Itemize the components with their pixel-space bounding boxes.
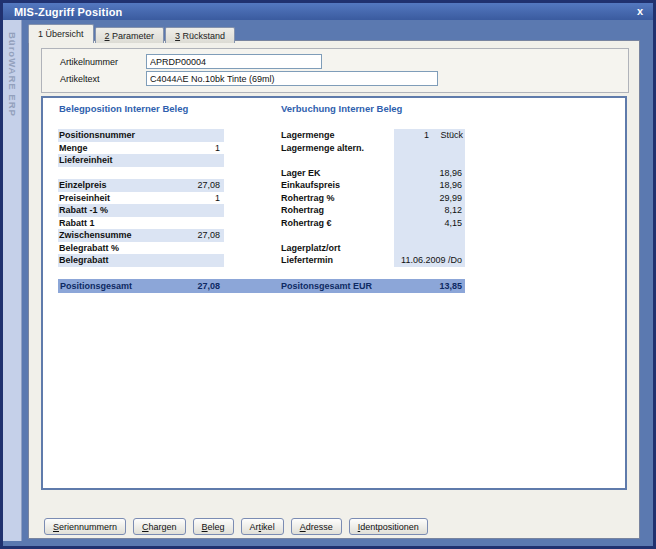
row-value: 4,15 [394, 217, 465, 230]
row-value-cell: 18,96 [394, 167, 465, 180]
row-value: 27,08 [197, 179, 224, 192]
left-row: Rabatt 1 [58, 217, 224, 230]
close-icon[interactable]: x [637, 3, 643, 20]
row-value: 18,96 [394, 167, 465, 180]
right-row: Rohertrag %29,99 [281, 192, 465, 205]
row-value: 1 [394, 129, 432, 142]
row-label: Lager EK [281, 167, 394, 180]
row-value-cell [394, 242, 465, 255]
totals-band: Positionsgesamt 27,08 Positonsgesamt EUR… [58, 279, 465, 293]
row-value: 11.06.2009 /Do [394, 254, 465, 267]
label-text: 2 Parameter [105, 31, 155, 41]
tab-3-rückstand[interactable]: 3 Rückstand [165, 27, 235, 43]
left-section-heading: Belegposition Interner Beleg [59, 103, 188, 114]
right-row: Lagerplatz/ort [281, 242, 465, 255]
label-text: Artikel [250, 522, 275, 532]
row-value: 29,99 [394, 192, 465, 205]
row-value-cell [394, 154, 465, 167]
row-label: Rohertrag € [281, 217, 394, 230]
adresse-button[interactable]: Adresse [291, 518, 342, 535]
right-rows: Lagermenge1StückLagermenge altern.Lager … [281, 129, 465, 267]
right-row: Liefertermin11.06.2009 /Do [281, 254, 465, 267]
identpositionen-button[interactable]: Identpositionen [349, 518, 428, 535]
row-value [220, 217, 224, 230]
label-text: Adresse [300, 522, 333, 532]
row-value [394, 242, 465, 255]
article-header-panel: Artikelnummer Artikeltext [41, 48, 629, 93]
right-row [281, 229, 465, 242]
button-row: SeriennummernChargenBelegArtikelAdresseI… [44, 518, 435, 535]
label-text: Identpositionen [358, 522, 419, 532]
row-value [394, 229, 465, 242]
row-label: Zwischensumme [58, 229, 197, 242]
row-value: 18,96 [394, 179, 465, 192]
left-row: Rabatt -1 % [58, 204, 224, 217]
row-label: Lagerplatz/ort [281, 242, 394, 255]
row-label: Lagermenge [281, 129, 394, 142]
row-value [220, 154, 224, 167]
left-row: Liefereinheit [58, 154, 224, 167]
tab-2-parameter[interactable]: 2 Parameter [95, 27, 165, 43]
titlebar[interactable]: MIS-Zugriff Position x [3, 3, 653, 20]
row-label: Rabatt -1 % [58, 204, 220, 217]
positionsgesamt-value: 27,08 [197, 279, 220, 293]
row-value [394, 142, 465, 155]
row-value-cell: 8,12 [394, 204, 465, 217]
row-label [281, 229, 394, 242]
positionsgesamt-label: Positionsgesamt [60, 279, 132, 293]
row-label: Belegrabatt % [58, 242, 220, 255]
label-text: Beleg [202, 522, 225, 532]
window-frame: MIS-Zugriff Position x BüroWARE ERP 1 Üb… [3, 3, 653, 546]
positionsgesamt-eur-value: 13,85 [439, 279, 462, 293]
artikeltext-label: Artikeltext [60, 74, 100, 84]
chargen-button[interactable]: Chargen [133, 518, 186, 535]
row-label [58, 167, 220, 180]
artikel-button[interactable]: Artikel [241, 518, 284, 535]
row-value-cell: 11.06.2009 /Do [394, 254, 465, 267]
right-row: Rohertrag €4,15 [281, 217, 465, 230]
artikeltext-input[interactable] [146, 71, 438, 86]
row-value-cell [394, 229, 465, 242]
row-label: Liefertermin [281, 254, 394, 267]
row-value [394, 154, 465, 167]
row-value-cell: 1Stück [394, 129, 465, 142]
row-value [220, 254, 224, 267]
tab-1-übersicht[interactable]: 1 Übersicht [28, 24, 94, 43]
beleg-button[interactable]: Beleg [193, 518, 234, 535]
row-label: Liefereinheit [58, 154, 220, 167]
row-label [281, 154, 394, 167]
row-label: Rabatt 1 [58, 217, 220, 230]
tab-page-uebersicht: Artikelnummer Artikeltext Belegposition … [28, 40, 640, 539]
row-value-cell: 4,15 [394, 217, 465, 230]
right-row: Lagermenge altern. [281, 142, 465, 155]
left-row: Positionsnummer [58, 129, 224, 142]
window-title: MIS-Zugriff Position [3, 6, 122, 18]
row-value: 1 [215, 192, 224, 205]
row-value [220, 242, 224, 255]
row-value [220, 204, 224, 217]
window: MIS-Zugriff Position x BüroWARE ERP 1 Üb… [0, 0, 656, 549]
artikelnummer-label: Artikelnummer [60, 57, 118, 67]
row-value-cell: 18,96 [394, 179, 465, 192]
row-label: Menge [58, 142, 215, 155]
row-label: Positionsnummer [58, 129, 220, 142]
right-row: Lager EK18,96 [281, 167, 465, 180]
left-row: Belegrabatt % [58, 242, 224, 255]
right-row: Lagermenge1Stück [281, 129, 465, 142]
row-value [220, 129, 224, 142]
seriennummern-button[interactable]: Seriennummern [44, 518, 126, 535]
row-label: Rohertrag [281, 204, 394, 217]
row-label: Belegrabatt [58, 254, 220, 267]
row-label: Rohertrag % [281, 192, 394, 205]
row-label: Einkaufspreis [281, 179, 394, 192]
artikelnummer-input[interactable] [146, 54, 322, 69]
right-row: Rohertrag8,12 [281, 204, 465, 217]
left-row: Menge1 [58, 142, 224, 155]
row-value: 8,12 [394, 204, 465, 217]
row-value: 1 [215, 142, 224, 155]
right-row: Einkaufspreis18,96 [281, 179, 465, 192]
positionsgesamt-eur-label: Positonsgesamt EUR [281, 279, 372, 293]
left-row: Einzelpreis27,08 [58, 179, 224, 192]
row-value [220, 167, 224, 180]
row-label: Einzelpreis [58, 179, 197, 192]
